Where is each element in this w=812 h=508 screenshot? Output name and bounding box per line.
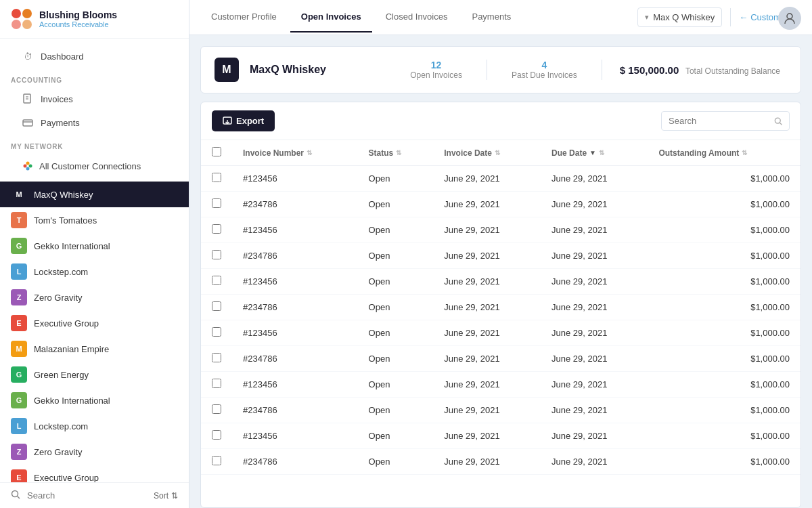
due-date-cell: June 29, 2021 [541, 166, 648, 192]
accounting-section-label: ACCOUNTING [11, 77, 178, 84]
invoice-number-cell: #234786 [232, 192, 358, 217]
tab-open-invoices[interactable]: Open Invoices [290, 2, 372, 33]
row-checkbox[interactable] [212, 198, 221, 208]
sidebar: Blushing Blooms Accounts Receivable ⏱ Da… [0, 0, 189, 508]
row-checkbox[interactable] [212, 173, 221, 182]
row-checkbox-cell [201, 449, 232, 475]
invoice-table-body: #123456 Open June 29, 2021 June 29, 2021… [201, 166, 800, 475]
current-customer-name: Max Q Whiskey [653, 12, 715, 22]
row-checkbox-cell [201, 269, 232, 295]
invoice-number-cell: #123456 [232, 166, 358, 192]
tab-closed-invoices[interactable]: Closed Invoices [375, 2, 459, 33]
outstanding-amount-cell: $1,000.00 [648, 217, 800, 243]
due-date-sort-icon: ▼ [589, 149, 596, 156]
invoice-number-cell: #234786 [232, 398, 358, 423]
svg-point-12 [26, 167, 30, 171]
table-row: #123456 Open June 29, 2021 June 29, 2021… [201, 217, 800, 243]
sidebar-customer-item[interactable]: E Executive Group [0, 465, 189, 482]
sidebar-customer-item[interactable]: E Executive Group [0, 310, 189, 336]
invoice-number-cell: #234786 [232, 295, 358, 320]
invoice-date-label: Invoice Date [444, 148, 492, 158]
customer-header-card: M MaxQ Whiskey 12 Open Invoices 4 Past D… [200, 46, 801, 93]
current-customer-selector[interactable]: ▾ Max Q Whiskey [637, 7, 722, 27]
invoice-table-scroll[interactable]: Invoice Number ⇅ Status ⇅ [201, 140, 800, 507]
sidebar-customer-item[interactable]: G Gekko International [0, 233, 189, 259]
sidebar-customer-item[interactable]: Z Zero Gravity [0, 439, 189, 465]
main-content: Customer ProfileOpen InvoicesClosed Invo… [189, 0, 812, 508]
customer-header-avatar: M [215, 58, 239, 82]
due-date-cell: June 29, 2021 [541, 243, 648, 269]
sidebar-customer-item[interactable]: G Gekko International [0, 387, 189, 413]
sidebar-customer-item[interactable]: M MaxQ Whiskey [0, 182, 189, 207]
due-date-header[interactable]: Due Date ▼ ⇅ [541, 140, 648, 166]
sidebar-item-label-payments: Payments [41, 118, 80, 128]
row-checkbox-cell [201, 372, 232, 398]
customer-name: Lockstep.com [34, 421, 88, 431]
row-checkbox[interactable] [212, 224, 221, 234]
due-date-filter-icon: ⇅ [599, 149, 604, 156]
due-date-cell: June 29, 2021 [541, 346, 648, 372]
outstanding-amount-cell: $1,000.00 [648, 269, 800, 295]
tab-payments[interactable]: Payments [461, 2, 522, 33]
due-date-cell: June 29, 2021 [541, 320, 648, 346]
row-checkbox[interactable] [212, 250, 221, 259]
row-checkbox-cell [201, 398, 232, 423]
outstanding-amount-header[interactable]: Outstanding Amount ⇅ [648, 140, 800, 166]
invoice-date-cell: June 29, 2021 [433, 320, 541, 346]
invoice-search-input[interactable] [669, 116, 769, 126]
user-avatar-button[interactable] [778, 7, 801, 30]
sidebar-customer-item[interactable]: Z Zero Gravity [0, 284, 189, 310]
invoice-date-cell: June 29, 2021 [433, 217, 541, 243]
row-checkbox[interactable] [212, 456, 221, 465]
all-customer-connections[interactable]: All Customer Connections [11, 156, 178, 176]
row-checkbox[interactable] [212, 404, 221, 414]
row-checkbox[interactable] [212, 327, 221, 337]
search-input[interactable] [27, 490, 147, 501]
row-checkbox-cell [201, 243, 232, 269]
invoice-date-header[interactable]: Invoice Date ⇅ [433, 140, 541, 166]
row-checkbox[interactable] [212, 276, 221, 285]
open-invoices-count[interactable]: 12 [410, 60, 462, 70]
sidebar-item-payments[interactable]: Payments [11, 111, 178, 134]
invoice-number-sort-icon: ⇅ [307, 149, 312, 156]
customer-name: Executive Group [34, 473, 99, 483]
all-connections-label: All Customer Connections [39, 161, 141, 171]
invoice-date-cell: June 29, 2021 [433, 192, 541, 217]
svg-point-13 [12, 491, 18, 497]
customer-avatar: G [11, 366, 27, 383]
select-all-checkbox[interactable] [212, 147, 221, 156]
customer-header-name: MaxQ Whiskey [250, 64, 326, 76]
sidebar-customer-item[interactable]: L Lockstep.com [0, 413, 189, 439]
invoice-number-header[interactable]: Invoice Number ⇅ [232, 140, 358, 166]
payments-icon [22, 117, 34, 129]
past-due-count[interactable]: 4 [512, 60, 577, 70]
user-icon [783, 12, 796, 25]
table-row: #123456 Open June 29, 2021 June 29, 2021… [201, 269, 800, 295]
row-checkbox[interactable] [212, 301, 221, 311]
sidebar-item-invoices[interactable]: Invoices [11, 87, 178, 110]
sidebar-customer-item[interactable]: M Malazanian Empire [0, 336, 189, 362]
invoice-area: Export Invoice Number [200, 102, 801, 508]
sidebar-customer-item[interactable]: L Lockstep.com [0, 259, 189, 284]
invoice-date-sort-icon: ⇅ [495, 149, 500, 156]
row-checkbox[interactable] [212, 353, 221, 362]
sidebar-item-dashboard[interactable]: ⏱ Dashboard [11, 45, 178, 68]
row-checkbox[interactable] [212, 430, 221, 440]
customer-avatar: G [11, 392, 27, 408]
status-header[interactable]: Status ⇅ [358, 140, 434, 166]
app-logo[interactable] [11, 8, 32, 30]
sidebar-item-label-invoices: Invoices [41, 94, 73, 104]
export-button[interactable]: Export [212, 110, 275, 131]
customer-name: Malazanian Empire [34, 344, 109, 354]
sidebar-customer-item[interactable]: G Green Energy [0, 362, 189, 387]
invoice-date-cell: June 29, 2021 [433, 295, 541, 320]
customer-avatar: T [11, 212, 27, 228]
status-cell: Open [358, 243, 434, 269]
customer-avatar: L [11, 263, 27, 280]
row-checkbox[interactable] [212, 379, 221, 388]
tab-customer-profile[interactable]: Customer Profile [200, 2, 288, 33]
sort-button[interactable]: Sort ⇅ [154, 491, 178, 501]
sidebar-customer-item[interactable]: T Tom's Tomatoes [0, 207, 189, 233]
company-subtitle: Accounts Receivable [39, 20, 117, 28]
svg-line-14 [18, 496, 20, 499]
